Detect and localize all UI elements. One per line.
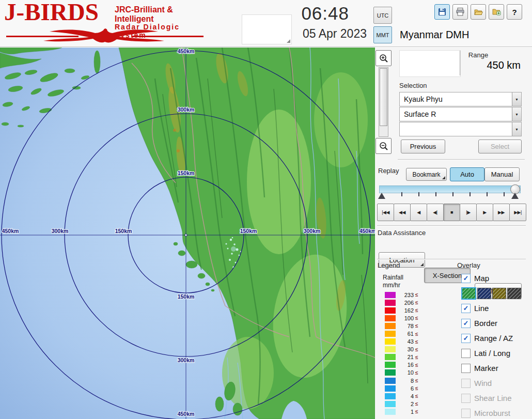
playback-jump-first-button[interactable]: |◀◀ (377, 204, 394, 221)
app-logo: J-BIRDS JRC-Brilliant & Intelligent Rada… (4, 2, 210, 46)
overlay-title: Overlay (457, 261, 480, 269)
manual-button[interactable]: Manual (484, 167, 520, 181)
ring-label: 300km (178, 357, 195, 363)
overlay-list: ✓Map✓Line✓Border✓Range / AZLati / LongMa… (461, 271, 532, 419)
overlay-item-map[interactable]: ✓Map (461, 271, 532, 286)
overlay-item-microburst: Microburst (461, 406, 532, 419)
overlay-label: Wind (474, 379, 492, 387)
ring-label: 450km (178, 411, 195, 417)
legend-color-swatch (385, 300, 396, 306)
logo-title: J-BIRDS (4, 0, 99, 26)
checkbox[interactable] (461, 364, 471, 373)
playback-step-back-button[interactable]: ◀| (427, 204, 444, 221)
legend-color-swatch (385, 338, 396, 345)
floppy-disk-icon (437, 7, 447, 17)
save-button[interactable] (434, 4, 450, 20)
overlay-label: Map (474, 274, 489, 283)
legend-unit-line1: Rainfall (383, 274, 403, 281)
legend-value: 61 (398, 331, 414, 337)
legend-row: 21≤ (385, 353, 418, 361)
import-data-button[interactable] (489, 4, 504, 20)
legend-suffix: ≤ (415, 307, 418, 313)
overlay-item-border[interactable]: ✓Border (461, 316, 532, 331)
selection-label: Selection (399, 82, 427, 89)
legend-color-swatch (385, 292, 396, 298)
overlay-item-line[interactable]: ✓Line (461, 301, 532, 316)
select-button: Select (478, 139, 522, 153)
legend-color-swatch (385, 307, 396, 314)
replay-timeline[interactable] (378, 184, 522, 203)
map-style-navy-swatch[interactable] (477, 288, 491, 299)
playback-jump-last-button[interactable]: ▶▶| (509, 204, 526, 221)
overlay-label: Shear Line (474, 394, 512, 402)
checkbox-checked[interactable]: ✓ (461, 334, 471, 343)
checkbox-checked[interactable]: ✓ (461, 304, 471, 313)
legend-row: 4≤ (385, 392, 418, 400)
legend-suffix: ≤ (415, 393, 418, 399)
map-style-olive-swatch[interactable] (492, 288, 506, 299)
chevron-down-icon[interactable]: ▼ (512, 122, 521, 136)
chevron-down-icon[interactable]: ▼ (512, 92, 521, 106)
replay-label: Replay (378, 167, 399, 175)
product-dropdown[interactable]: Surface R ▼ (399, 107, 522, 121)
legend-color-swatch (385, 385, 396, 392)
legend-value: 8 (398, 378, 414, 384)
bookmark-button[interactable]: Bookmark (406, 168, 447, 181)
ring-label: 150km (178, 293, 195, 300)
ring-label: 300km (304, 228, 321, 234)
checkbox[interactable] (461, 349, 471, 358)
ring-label: 450km (359, 228, 375, 234)
auto-button[interactable]: Auto (450, 167, 484, 181)
option-dropdown[interactable]: ▼ (399, 122, 522, 136)
overlay-label: Line (474, 304, 489, 313)
map-style-charcoal-swatch[interactable] (507, 288, 521, 299)
playback-fast-forward-button[interactable]: ▶▶ (493, 204, 510, 221)
timeline-end-marker[interactable] (511, 193, 519, 199)
map-style-green-terrain-swatch[interactable] (461, 287, 476, 300)
overlay-label: Border (474, 319, 497, 328)
legend-value: 10 (398, 369, 414, 376)
checkbox-checked[interactable]: ✓ (461, 274, 471, 283)
legend-value: 43 (398, 338, 414, 345)
ring-label: 450km (178, 48, 195, 54)
radar-map[interactable]: 150km150km150km150km300km300km300km300km… (0, 48, 375, 419)
playback-stop-button[interactable]: ■ (443, 204, 460, 221)
legend-row: 8≤ (385, 377, 418, 384)
help-button[interactable]: ? (507, 4, 522, 20)
jbirds-app: J-BIRDS JRC-Brilliant & Intelligent Rada… (0, 0, 532, 419)
legend-color-swatch (385, 323, 396, 329)
overlay-item-marker[interactable]: Marker (461, 361, 532, 376)
print-button[interactable] (452, 4, 468, 20)
playback-play-reverse-button[interactable]: ◀ (410, 204, 427, 221)
legend-suffix: ≤ (415, 292, 418, 298)
legend-suffix: ≤ (415, 370, 418, 376)
overlay-label: Lati / Long (474, 349, 510, 358)
logo-subtitle-line1: JRC-Brilliant & Intelligent (115, 5, 210, 23)
legend-suffix: ≤ (415, 354, 418, 360)
overlay-item-lati-long[interactable]: Lati / Long (461, 346, 532, 361)
ring-label: 150km (240, 228, 257, 234)
playback-play-button[interactable]: ▶ (476, 204, 493, 221)
overlay-item-range-az[interactable]: ✓Range / AZ (461, 331, 532, 346)
divider (377, 225, 526, 226)
playback-step-forward-button[interactable]: |▶ (460, 204, 477, 221)
site-dropdown-value: Kyauk Phyu (400, 95, 512, 103)
checkbox (461, 379, 471, 388)
playback-fast-rewind-button[interactable]: ◀◀ (394, 204, 411, 221)
range-label: Range (463, 51, 494, 59)
ring-label: 300km (178, 106, 195, 113)
timeline-start-marker[interactable] (378, 193, 385, 199)
folder-plus-icon (492, 7, 501, 17)
legend-value: 21 (398, 354, 414, 360)
site-dropdown[interactable]: Kyauk Phyu ▼ (399, 92, 522, 106)
legend-row: 61≤ (385, 330, 418, 337)
checkbox-checked[interactable]: ✓ (461, 319, 471, 328)
clock-date: 05 Apr 2023 (267, 27, 367, 41)
legend-row: 2≤ (385, 400, 418, 408)
previous-button[interactable]: Previous (401, 139, 445, 153)
eagle-icon (4, 28, 206, 45)
checkbox (461, 394, 471, 403)
divider (377, 259, 526, 260)
chevron-down-icon[interactable]: ▼ (512, 107, 521, 121)
open-file-button[interactable] (471, 4, 486, 20)
